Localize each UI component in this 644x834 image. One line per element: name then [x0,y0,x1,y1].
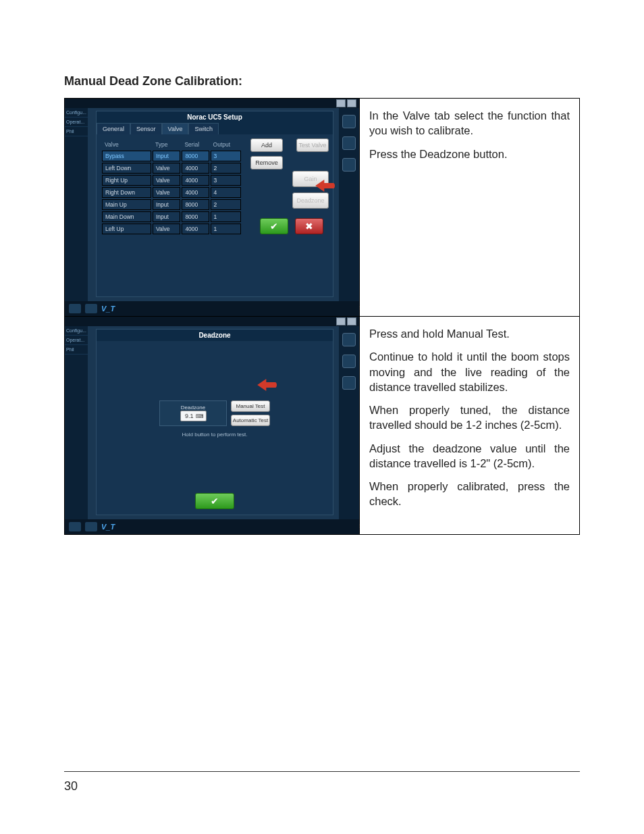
grid-icon[interactable] [85,522,97,531]
remove-button[interactable]: Remove [250,156,283,170]
screenshot-step2: Configu... Operat... Phil 23:18 PM 1/02/… [65,317,360,535]
manual-test-button[interactable]: Manual Test [231,400,270,412]
footer-rule [64,771,580,772]
vt-icon[interactable]: V_T [101,305,115,313]
ok-button[interactable]: ✔ [260,218,288,234]
left-tab-config[interactable]: Configu... [65,108,88,118]
table-row[interactable]: Right UpValve40003 [102,175,241,186]
keyboard-icon[interactable]: ⌨ [196,413,204,419]
tab-general[interactable]: General [97,123,130,134]
menu-icon[interactable] [347,317,356,325]
left-tab-phil[interactable]: Phil [65,127,88,136]
col-valve: Valve [102,140,151,149]
menu-icon[interactable] [347,99,356,107]
gain-button[interactable]: Gain [292,171,329,187]
titlebar [65,317,359,326]
col-type: Type [153,140,180,149]
valve-table[interactable]: Valve Type Serial Output BypassInput8000… [101,138,242,236]
add-button[interactable]: Add [250,138,283,152]
bottom-bar: V_T [65,519,359,534]
instructions-step1: In the Valve tab select the function tha… [360,99,580,317]
document-icon[interactable] [342,136,356,150]
table-row[interactable]: Main UpInput80002 [102,199,241,210]
vt-icon[interactable]: V_T [101,523,115,531]
home-icon[interactable] [69,304,81,313]
tabs: General Sensor Valve Switch [97,123,333,134]
left-nav: Configu... Operat... Phil [65,108,88,316]
pointer-hand-icon [256,375,279,394]
instructions-step2: Press and hold Manual Test. Continue to … [360,317,580,535]
screenshot-step1: Configu... Operat... Phil 22:55 PM 1/02/… [65,99,360,317]
window-icon[interactable] [336,317,346,325]
left-nav: Configu... Operat... Phil [65,326,88,534]
ok-button[interactable]: ✔ [195,493,234,509]
left-tab-config[interactable]: Configu... [65,326,88,336]
deadzone-button[interactable]: Deadzone [292,192,329,209]
hint-text: Hold button to perform test. [182,432,248,438]
wrench-icon[interactable] [342,333,356,346]
window-icon[interactable] [336,99,346,107]
table-row[interactable]: BypassInput80003 [102,151,241,161]
tab-sensor[interactable]: Sensor [130,123,162,134]
cancel-button[interactable]: ✖ [295,218,323,234]
right-toolbar: 22:55 PM 1/02/2012 [339,108,359,316]
left-tab-phil[interactable]: Phil [65,345,88,355]
panel-title: Deadzone [97,330,333,341]
deadzone-field: Deadzone 9.1⌨ [159,400,227,426]
right-toolbar: 23:18 PM 1/02/2012 [339,326,359,534]
tab-valve[interactable]: Valve [162,123,189,134]
left-tab-operat[interactable]: Operat... [65,118,88,127]
grid-icon[interactable] [85,304,97,313]
panel-title: Norac UC5 Setup [97,111,333,123]
titlebar [65,99,359,108]
table-row[interactable]: Left UpValve40001 [102,224,241,234]
steps-table: Configu... Operat... Phil 22:55 PM 1/02/… [64,98,580,535]
left-tab-operat[interactable]: Operat... [65,336,88,345]
save-icon[interactable] [342,376,356,390]
deadzone-input[interactable]: 9.1⌨ [180,411,207,421]
bottom-bar: V_T [65,301,359,316]
page-number: 30 [64,779,78,793]
section-title: Manual Dead Zone Calibration: [64,74,580,88]
col-output: Output [211,140,241,149]
home-icon[interactable] [69,522,81,531]
table-row[interactable]: Right DownValve40004 [102,187,241,198]
tab-switch[interactable]: Switch [188,123,219,134]
deadzone-label: Deadzone [181,405,205,411]
test-valve-button[interactable]: Test Valve [296,138,329,152]
wrench-icon[interactable] [342,115,356,128]
document-icon[interactable] [342,355,356,368]
automatic-test-button[interactable]: Automatic Test [231,415,270,426]
table-row[interactable]: Left DownValve40002 [102,163,241,174]
table-row[interactable]: Main DownInput80001 [102,211,241,222]
col-serial: Serial [182,140,209,149]
save-icon[interactable] [342,158,356,172]
